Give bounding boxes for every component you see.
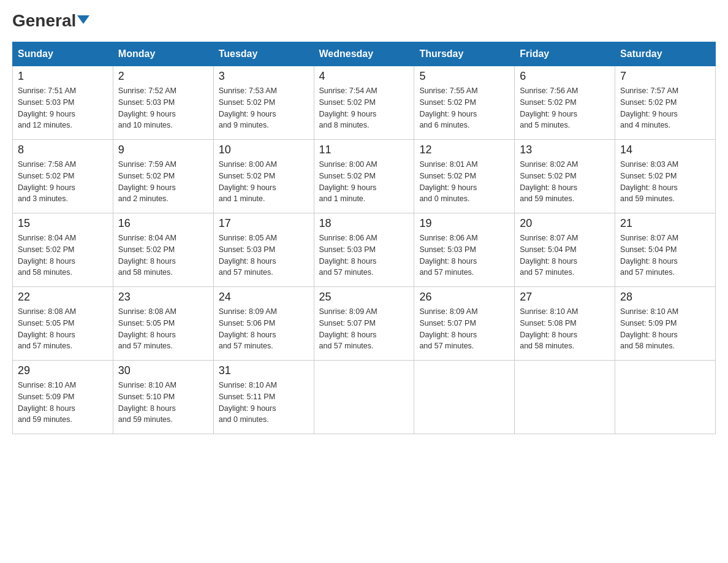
week-row-2: 8Sunrise: 7:58 AMSunset: 5:02 PMDaylight… xyxy=(13,140,716,213)
header-sunday: Sunday xyxy=(13,42,113,66)
day-info: Sunrise: 7:58 AMSunset: 5:02 PMDaylight:… xyxy=(18,159,108,205)
day-info: Sunrise: 7:52 AMSunset: 5:03 PMDaylight:… xyxy=(118,85,208,131)
calendar-cell: 17Sunrise: 8:05 AMSunset: 5:03 PMDayligh… xyxy=(213,213,314,287)
calendar-cell: 3Sunrise: 7:53 AMSunset: 5:02 PMDaylight… xyxy=(213,66,314,140)
day-number: 18 xyxy=(319,217,409,230)
calendar-cell: 11Sunrise: 8:00 AMSunset: 5:02 PMDayligh… xyxy=(314,140,414,213)
day-number: 13 xyxy=(520,144,610,156)
page-header: General xyxy=(12,12,716,29)
day-info: Sunrise: 7:54 AMSunset: 5:02 PMDaylight:… xyxy=(319,85,409,131)
header-friday: Friday xyxy=(515,42,615,66)
day-info: Sunrise: 7:59 AMSunset: 5:02 PMDaylight:… xyxy=(118,159,208,205)
calendar-cell: 19Sunrise: 8:06 AMSunset: 5:03 PMDayligh… xyxy=(414,213,515,287)
day-number: 5 xyxy=(419,70,509,83)
day-info: Sunrise: 8:00 AMSunset: 5:02 PMDaylight:… xyxy=(219,159,309,205)
day-number: 7 xyxy=(620,70,710,83)
day-number: 24 xyxy=(219,291,309,304)
day-number: 21 xyxy=(620,217,710,230)
calendar-cell: 21Sunrise: 8:07 AMSunset: 5:04 PMDayligh… xyxy=(615,213,716,287)
calendar-cell: 12Sunrise: 8:01 AMSunset: 5:02 PMDayligh… xyxy=(414,140,515,213)
calendar-cell: 30Sunrise: 8:10 AMSunset: 5:10 PMDayligh… xyxy=(113,361,213,434)
day-number: 15 xyxy=(18,217,108,230)
calendar-header: SundayMondayTuesdayWednesdayThursdayFrid… xyxy=(13,42,716,66)
day-info: Sunrise: 8:07 AMSunset: 5:04 PMDaylight:… xyxy=(520,232,610,278)
day-number: 9 xyxy=(118,144,208,156)
calendar-cell: 14Sunrise: 8:03 AMSunset: 5:02 PMDayligh… xyxy=(615,140,716,213)
calendar-cell: 10Sunrise: 8:00 AMSunset: 5:02 PMDayligh… xyxy=(213,140,314,213)
day-number: 16 xyxy=(118,217,208,230)
calendar-cell: 29Sunrise: 8:10 AMSunset: 5:09 PMDayligh… xyxy=(13,361,113,434)
day-number: 20 xyxy=(520,217,610,230)
day-info: Sunrise: 7:53 AMSunset: 5:02 PMDaylight:… xyxy=(219,85,309,131)
day-info: Sunrise: 8:10 AMSunset: 5:09 PMDaylight:… xyxy=(620,306,710,352)
day-number: 11 xyxy=(319,144,409,156)
day-number: 23 xyxy=(118,291,208,304)
calendar-cell: 25Sunrise: 8:09 AMSunset: 5:07 PMDayligh… xyxy=(314,287,414,361)
calendar-cell: 7Sunrise: 7:57 AMSunset: 5:02 PMDaylight… xyxy=(615,66,716,140)
day-info: Sunrise: 7:55 AMSunset: 5:02 PMDaylight:… xyxy=(419,85,509,131)
calendar-cell: 9Sunrise: 7:59 AMSunset: 5:02 PMDaylight… xyxy=(113,140,213,213)
week-row-1: 1Sunrise: 7:51 AMSunset: 5:03 PMDaylight… xyxy=(13,66,716,140)
calendar-cell: 4Sunrise: 7:54 AMSunset: 5:02 PMDaylight… xyxy=(314,66,414,140)
logo-triangle-icon xyxy=(77,15,89,24)
header-monday: Monday xyxy=(113,42,213,66)
day-info: Sunrise: 8:09 AMSunset: 5:07 PMDaylight:… xyxy=(319,306,409,352)
day-number: 29 xyxy=(18,364,108,377)
calendar-cell: 23Sunrise: 8:08 AMSunset: 5:05 PMDayligh… xyxy=(113,287,213,361)
calendar-cell: 6Sunrise: 7:56 AMSunset: 5:02 PMDaylight… xyxy=(515,66,615,140)
day-number: 31 xyxy=(219,364,309,377)
day-info: Sunrise: 8:05 AMSunset: 5:03 PMDaylight:… xyxy=(219,232,309,278)
day-info: Sunrise: 8:01 AMSunset: 5:02 PMDaylight:… xyxy=(419,159,509,205)
day-info: Sunrise: 8:04 AMSunset: 5:02 PMDaylight:… xyxy=(18,232,108,278)
day-number: 22 xyxy=(18,291,108,304)
day-info: Sunrise: 8:09 AMSunset: 5:06 PMDaylight:… xyxy=(219,306,309,352)
calendar-cell: 27Sunrise: 8:10 AMSunset: 5:08 PMDayligh… xyxy=(515,287,615,361)
calendar-cell xyxy=(615,361,716,434)
calendar-cell xyxy=(314,361,414,434)
calendar-body: 1Sunrise: 7:51 AMSunset: 5:03 PMDaylight… xyxy=(13,66,716,434)
day-number: 8 xyxy=(18,144,108,156)
day-number: 28 xyxy=(620,291,710,304)
day-number: 4 xyxy=(319,70,409,83)
week-row-4: 22Sunrise: 8:08 AMSunset: 5:05 PMDayligh… xyxy=(13,287,716,361)
day-number: 3 xyxy=(219,70,309,83)
week-row-3: 15Sunrise: 8:04 AMSunset: 5:02 PMDayligh… xyxy=(13,213,716,287)
day-info: Sunrise: 8:06 AMSunset: 5:03 PMDaylight:… xyxy=(419,232,509,278)
calendar-cell: 28Sunrise: 8:10 AMSunset: 5:09 PMDayligh… xyxy=(615,287,716,361)
calendar-cell: 20Sunrise: 8:07 AMSunset: 5:04 PMDayligh… xyxy=(515,213,615,287)
calendar-cell: 18Sunrise: 8:06 AMSunset: 5:03 PMDayligh… xyxy=(314,213,414,287)
calendar-cell: 5Sunrise: 7:55 AMSunset: 5:02 PMDaylight… xyxy=(414,66,515,140)
header-saturday: Saturday xyxy=(615,42,716,66)
day-number: 30 xyxy=(118,364,208,377)
day-info: Sunrise: 8:09 AMSunset: 5:07 PMDaylight:… xyxy=(419,306,509,352)
calendar-cell xyxy=(414,361,515,434)
day-number: 17 xyxy=(219,217,309,230)
calendar-cell: 26Sunrise: 8:09 AMSunset: 5:07 PMDayligh… xyxy=(414,287,515,361)
day-info: Sunrise: 7:56 AMSunset: 5:02 PMDaylight:… xyxy=(520,85,610,131)
header-tuesday: Tuesday xyxy=(213,42,314,66)
day-info: Sunrise: 8:06 AMSunset: 5:03 PMDaylight:… xyxy=(319,232,409,278)
logo-general-text: General xyxy=(12,12,89,29)
day-info: Sunrise: 8:10 AMSunset: 5:11 PMDaylight:… xyxy=(219,380,309,426)
calendar-cell: 16Sunrise: 8:04 AMSunset: 5:02 PMDayligh… xyxy=(113,213,213,287)
logo: General xyxy=(12,12,89,29)
calendar-cell: 13Sunrise: 8:02 AMSunset: 5:02 PMDayligh… xyxy=(515,140,615,213)
day-number: 25 xyxy=(319,291,409,304)
day-info: Sunrise: 8:03 AMSunset: 5:02 PMDaylight:… xyxy=(620,159,710,205)
day-number: 6 xyxy=(520,70,610,83)
day-number: 12 xyxy=(419,144,509,156)
calendar-cell: 24Sunrise: 8:09 AMSunset: 5:06 PMDayligh… xyxy=(213,287,314,361)
calendar-table: SundayMondayTuesdayWednesdayThursdayFrid… xyxy=(12,42,716,434)
day-info: Sunrise: 7:51 AMSunset: 5:03 PMDaylight:… xyxy=(18,85,108,131)
day-number: 14 xyxy=(620,144,710,156)
calendar-cell: 1Sunrise: 7:51 AMSunset: 5:03 PMDaylight… xyxy=(13,66,113,140)
day-number: 27 xyxy=(520,291,610,304)
day-info: Sunrise: 8:10 AMSunset: 5:08 PMDaylight:… xyxy=(520,306,610,352)
day-number: 2 xyxy=(118,70,208,83)
calendar-cell: 22Sunrise: 8:08 AMSunset: 5:05 PMDayligh… xyxy=(13,287,113,361)
day-number: 1 xyxy=(18,70,108,83)
day-info: Sunrise: 8:00 AMSunset: 5:02 PMDaylight:… xyxy=(319,159,409,205)
day-info: Sunrise: 7:57 AMSunset: 5:02 PMDaylight:… xyxy=(620,85,710,131)
day-number: 19 xyxy=(419,217,509,230)
day-info: Sunrise: 8:10 AMSunset: 5:10 PMDaylight:… xyxy=(118,380,208,426)
